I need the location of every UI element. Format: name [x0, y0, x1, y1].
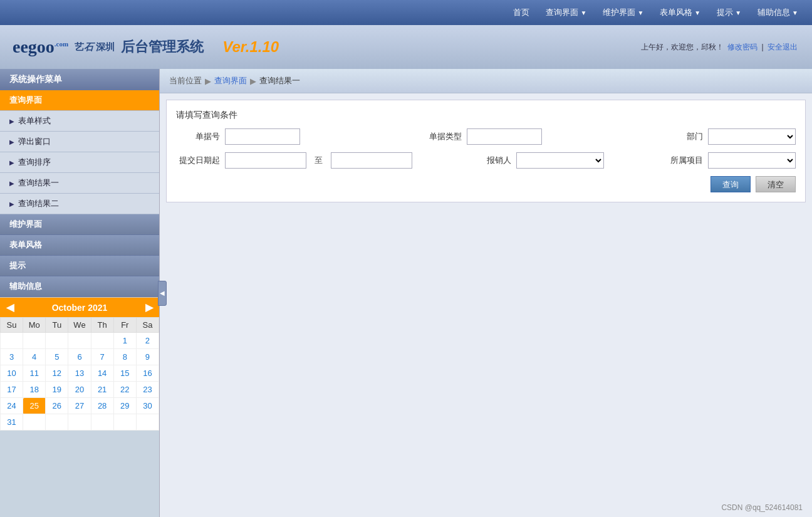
sidebar-item-label: 查询界面: [9, 95, 42, 106]
field-bu-men: 部门: [659, 128, 796, 145]
clear-button[interactable]: 清空: [756, 176, 796, 192]
calendar-day[interactable]: 22: [113, 382, 136, 398]
calendar-day[interactable]: 4: [23, 349, 46, 365]
sidebar-item-query[interactable]: 查询界面: [0, 90, 159, 111]
nav-query[interactable]: 查询界面 ▼: [538, 0, 594, 25]
logout-link[interactable]: 安全退出: [768, 43, 798, 51]
calendar-day[interactable]: 5: [46, 349, 68, 365]
breadcrumb-separator: ▶: [250, 76, 256, 86]
nav-maintain[interactable]: 维护界面 ▼: [595, 0, 651, 25]
form-title: 请填写查询条件: [176, 110, 796, 121]
nav-tips[interactable]: 提示 ▼: [709, 0, 749, 25]
sidebar-item-popup[interactable]: ▶ 弹出窗口: [0, 132, 159, 152]
footer-watermark: CSDN @qq_524614081: [721, 503, 803, 512]
sidebar-item-label: 表单样式: [18, 115, 51, 127]
calendar-day[interactable]: 20: [68, 382, 91, 398]
arrow-icon: ▶: [9, 201, 14, 207]
sidebar-section-help[interactable]: 辅助信息: [0, 276, 159, 297]
main-layout: 系统操作菜单 查询界面 ▶ 表单样式 ▶ 弹出窗口 ▶ 查询排序 ▶ 查询结果一…: [0, 69, 812, 517]
cal-header-su: Su: [1, 318, 23, 333]
chevron-down-icon: ▼: [792, 9, 798, 16]
query-button[interactable]: 查询: [710, 176, 751, 192]
header: eegoo.com 艺石 深圳 后台管理系统 Ver.1.10 上午好，欢迎您，…: [0, 25, 812, 69]
field-ti-jiao-date: 提交日期起 至: [176, 152, 412, 169]
calendar-day[interactable]: 25: [23, 398, 46, 414]
nav-help[interactable]: 辅助信息 ▼: [750, 0, 806, 25]
sidebar-item-result2[interactable]: ▶ 查询结果二: [0, 194, 159, 214]
sidebar-collapse-button[interactable]: ◀: [158, 281, 167, 306]
arrow-icon: ▶: [9, 138, 14, 145]
calendar-day[interactable]: 10: [1, 365, 23, 382]
calendar-day[interactable]: 31: [1, 414, 23, 431]
calendar-day[interactable]: 1: [113, 333, 136, 349]
calendar-day[interactable]: 21: [91, 382, 113, 398]
calendar-next-button[interactable]: ▶: [145, 301, 153, 313]
calendar-day[interactable]: 8: [113, 349, 136, 365]
change-password-link[interactable]: 修改密码: [727, 43, 757, 51]
calendar-day[interactable]: 2: [136, 333, 159, 349]
cal-header-mo: Mo: [23, 318, 46, 333]
calendar-day[interactable]: 14: [91, 365, 113, 382]
sidebar-section-maintain[interactable]: 维护界面: [0, 214, 159, 235]
label-dan-ju-hao: 单据号: [176, 131, 220, 142]
chevron-down-icon: ▼: [694, 9, 700, 16]
greeting-text: 上午好，欢迎您，邱秋！: [641, 43, 724, 51]
input-date-end[interactable]: [331, 152, 412, 169]
top-navigation: 首页 查询界面 ▼ 维护界面 ▼ 表单风格 ▼ 提示 ▼ 辅助信息 ▼: [0, 0, 812, 25]
calendar-prev-button[interactable]: ◀: [6, 301, 14, 313]
calendar-day[interactable]: 19: [46, 382, 68, 398]
sidebar-item-label: 弹出窗口: [18, 136, 51, 147]
label-dan-ju-lei-xing: 单据类型: [418, 131, 462, 142]
nav-home[interactable]: 首页: [506, 0, 537, 25]
nav-form-style[interactable]: 表单风格 ▼: [652, 0, 708, 25]
calendar-day[interactable]: 24: [1, 398, 23, 414]
calendar-day[interactable]: 7: [91, 349, 113, 365]
cal-header-sa: Sa: [136, 318, 159, 333]
select-bao-xiao-ren[interactable]: [516, 152, 604, 169]
cal-header-tu: Tu: [46, 318, 68, 333]
date-separator: 至: [315, 155, 323, 166]
calendar-day[interactable]: 13: [68, 365, 91, 382]
input-date-start[interactable]: [225, 152, 306, 169]
app-version: Ver.1.10: [222, 38, 279, 56]
calendar-day[interactable]: 6: [68, 349, 91, 365]
arrow-icon: ▶: [9, 159, 14, 166]
arrow-icon: ▶: [9, 118, 14, 125]
breadcrumb-label: 当前位置: [169, 75, 202, 86]
main-content: 当前位置 ▶ 查询界面 ▶ 查询结果一 请填写查询条件 单据号 单据类型: [160, 69, 812, 517]
sidebar-item-label: 查询排序: [18, 157, 51, 168]
input-dan-ju-hao[interactable]: [225, 128, 300, 145]
calendar-day[interactable]: 11: [23, 365, 46, 382]
calendar-day[interactable]: 28: [91, 398, 113, 414]
sidebar-section-form[interactable]: 表单风格: [0, 235, 159, 256]
sidebar: 系统操作菜单 查询界面 ▶ 表单样式 ▶ 弹出窗口 ▶ 查询排序 ▶ 查询结果一…: [0, 69, 160, 517]
calendar-day[interactable]: 18: [23, 382, 46, 398]
calendar-day[interactable]: 29: [113, 398, 136, 414]
calendar-day[interactable]: 30: [136, 398, 159, 414]
select-suo-li-xiang-mu[interactable]: [708, 152, 796, 169]
calendar-day[interactable]: 15: [113, 365, 136, 382]
sidebar-item-label: 查询结果一: [18, 177, 59, 189]
sidebar-item-form-style[interactable]: ▶ 表单样式: [0, 111, 159, 132]
label-bu-men: 部门: [659, 131, 703, 142]
calendar-day[interactable]: 16: [136, 365, 159, 382]
sidebar-section-tips[interactable]: 提示: [0, 256, 159, 276]
calendar-day[interactable]: 3: [1, 349, 23, 365]
calendar-day[interactable]: 9: [136, 349, 159, 365]
calendar-day[interactable]: 17: [1, 382, 23, 398]
field-dan-ju-lei-xing: 单据类型: [418, 128, 542, 145]
calendar-day[interactable]: 26: [46, 398, 68, 414]
sidebar-item-sort[interactable]: ▶ 查询排序: [0, 152, 159, 173]
form-row-2: 提交日期起 至 报销人 所属项目: [176, 152, 796, 169]
arrow-icon: ▶: [9, 180, 14, 187]
sidebar-item-result1[interactable]: ▶ 查询结果一: [0, 173, 159, 194]
input-dan-ju-lei-xing[interactable]: [467, 128, 542, 145]
cal-header-th: Th: [91, 318, 113, 333]
select-bu-men[interactable]: [708, 128, 796, 145]
calendar-day[interactable]: 23: [136, 382, 159, 398]
breadcrumb-link-query[interactable]: 查询界面: [214, 75, 247, 86]
calendar-day[interactable]: 12: [46, 365, 68, 382]
calendar-day[interactable]: 27: [68, 398, 91, 414]
chevron-down-icon: ▼: [580, 9, 586, 16]
field-suo-li-xiang-mu: 所属项目: [659, 152, 796, 169]
